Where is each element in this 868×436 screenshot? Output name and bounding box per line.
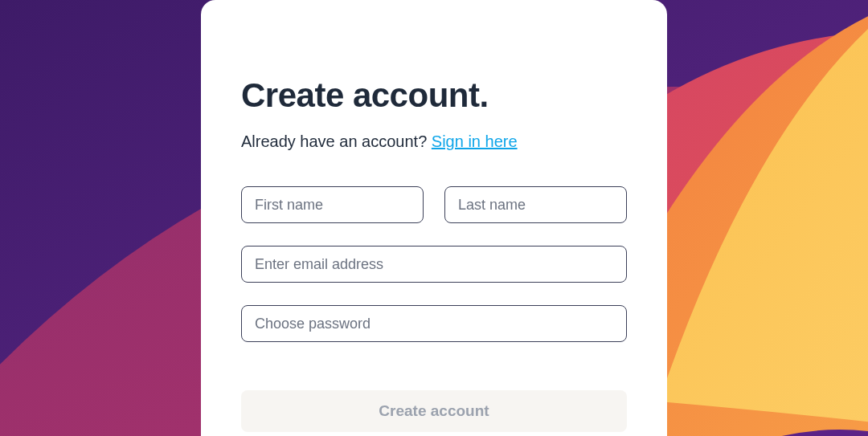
signup-card: Create account. Already have an account?…	[201, 0, 667, 436]
last-name-field[interactable]	[444, 186, 627, 223]
signin-link[interactable]: Sign in here	[432, 132, 518, 150]
subtitle: Already have an account? Sign in here	[241, 132, 627, 151]
first-name-field[interactable]	[241, 186, 424, 223]
subtitle-text: Already have an account?	[241, 132, 432, 150]
create-account-button[interactable]: Create account	[241, 390, 627, 432]
page-title: Create account.	[241, 76, 627, 115]
email-field[interactable]	[241, 246, 627, 283]
password-field[interactable]	[241, 305, 627, 342]
